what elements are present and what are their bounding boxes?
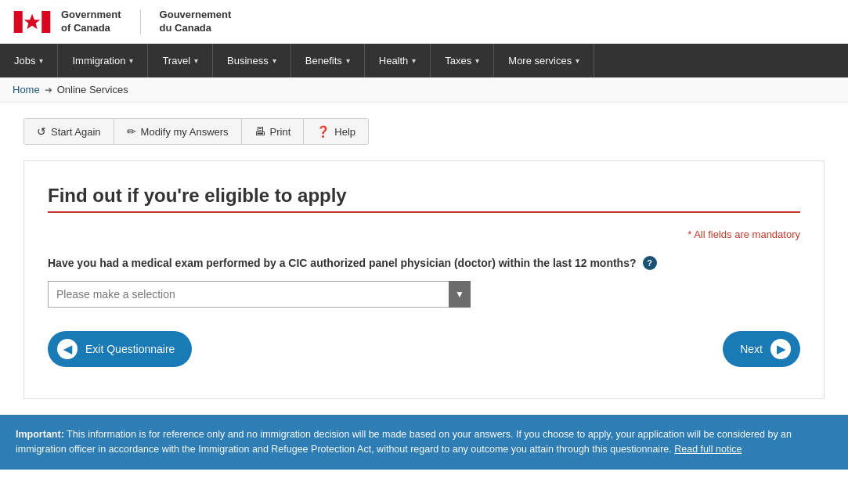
next-button[interactable]: Next ▶	[723, 331, 800, 367]
footer-notice: Important: This information is for refer…	[0, 415, 848, 470]
chevron-down-icon: ▾	[412, 56, 416, 65]
toolbar: ↺ Start Again ✏ Modify my Answers 🖶 Prin…	[23, 118, 369, 145]
nav-item-more-services[interactable]: More services ▾	[494, 44, 594, 77]
chevron-down-icon: ▾	[576, 56, 579, 65]
modify-answers-button[interactable]: ✏ Modify my Answers	[114, 119, 242, 144]
nav-item-health-label: Health	[379, 55, 409, 67]
nav-item-immigration[interactable]: Immigration ▾	[58, 44, 148, 77]
main-nav: Jobs ▾ Immigration ▾ Travel ▾ Business ▾…	[0, 44, 848, 77]
help-label: Help	[334, 126, 355, 138]
question-row: Have you had a medical exam performed by…	[48, 256, 800, 270]
refresh-icon: ↺	[37, 125, 46, 138]
exit-questionnaire-button[interactable]: ◀ Exit Questionnaire	[48, 331, 192, 367]
nav-item-jobs[interactable]: Jobs ▾	[0, 44, 58, 77]
pencil-icon: ✏	[127, 125, 136, 138]
question-help-icon[interactable]: ?	[643, 256, 657, 270]
nav-item-more-services-label: More services	[508, 55, 572, 67]
breadcrumb: Home ➜ Online Services	[0, 77, 848, 103]
print-label: Print	[270, 126, 291, 138]
nav-item-taxes-label: Taxes	[445, 55, 471, 67]
nav-item-benefits-label: Benefits	[305, 55, 342, 67]
nav-item-taxes[interactable]: Taxes ▾	[431, 44, 494, 77]
medical-exam-select[interactable]: Please make a selection Yes No	[48, 281, 471, 308]
form-title: Find out if you're eligible to apply	[48, 185, 800, 207]
start-again-button[interactable]: ↺ Start Again	[24, 119, 114, 144]
chevron-down-icon: ▾	[346, 56, 350, 65]
print-button[interactable]: 🖶 Print	[242, 119, 305, 144]
navigation-buttons: ◀ Exit Questionnaire Next ▶	[48, 331, 800, 367]
nav-item-travel-label: Travel	[162, 55, 190, 67]
modify-answers-label: Modify my Answers	[141, 126, 229, 138]
mandatory-note: * All fields are mandatory	[48, 229, 800, 240]
breadcrumb-home-link[interactable]: Home	[13, 84, 40, 95]
form-divider	[48, 211, 800, 213]
nav-item-jobs-label: Jobs	[14, 55, 35, 67]
nav-item-business-label: Business	[227, 55, 269, 67]
nav-item-travel[interactable]: Travel ▾	[148, 44, 213, 77]
svg-rect-0	[14, 11, 23, 33]
chevron-down-icon: ▾	[194, 56, 198, 65]
gov-name-english: Government of Canada	[61, 9, 121, 35]
nav-item-benefits[interactable]: Benefits ▾	[291, 44, 365, 77]
breadcrumb-arrow-icon: ➜	[45, 85, 52, 95]
read-full-notice-link[interactable]: Read full notice	[674, 444, 742, 455]
next-icon: ▶	[770, 339, 791, 359]
help-icon: ❓	[316, 125, 330, 138]
header: Government of Canada Gouvernement du Can…	[0, 0, 848, 44]
breadcrumb-current: Online Services	[57, 84, 128, 95]
chevron-down-icon: ▾	[272, 56, 276, 65]
help-button[interactable]: ❓ Help	[304, 119, 368, 144]
start-again-label: Start Again	[51, 126, 101, 138]
print-icon: 🖶	[254, 125, 265, 138]
gov-name-french: Gouvernement du Canada	[160, 9, 232, 35]
question-label: Have you had a medical exam performed by…	[48, 257, 637, 269]
government-name: Government of Canada Gouvernement du Can…	[61, 9, 231, 35]
chevron-down-icon: ▾	[475, 56, 479, 65]
nav-item-business[interactable]: Business ▾	[213, 44, 291, 77]
exit-icon: ◀	[57, 339, 78, 359]
next-label: Next	[740, 343, 763, 355]
chevron-down-icon: ▾	[129, 56, 133, 65]
select-wrapper: Please make a selection Yes No ▼	[48, 281, 471, 308]
form-area: Find out if you're eligible to apply * A…	[23, 160, 825, 399]
chevron-down-icon: ▾	[39, 56, 43, 65]
nav-item-immigration-label: Immigration	[72, 55, 125, 67]
nav-item-health[interactable]: Health ▾	[365, 44, 431, 77]
gov-name-divider	[140, 9, 141, 34]
canada-flag	[13, 8, 52, 36]
svg-rect-1	[41, 11, 50, 33]
exit-label: Exit Questionnaire	[85, 343, 175, 355]
content-wrapper: ↺ Start Again ✏ Modify my Answers 🖶 Prin…	[0, 103, 848, 415]
important-label: Important:	[16, 429, 64, 440]
